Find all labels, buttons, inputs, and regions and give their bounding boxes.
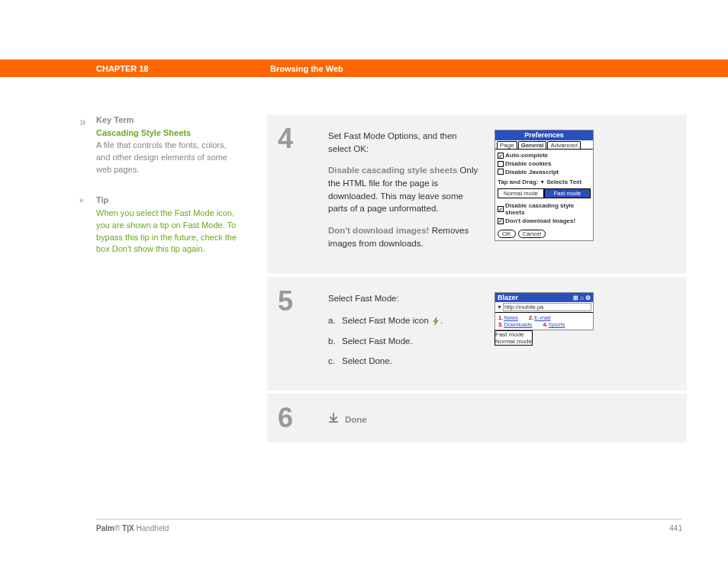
- key-term-block: » Key Term Cascading Style Sheets A file…: [96, 114, 241, 176]
- step-5-number: 5: [267, 277, 328, 391]
- sidebar: » Key Term Cascading Style Sheets A file…: [96, 114, 241, 274]
- link-downloads: Downloads: [504, 321, 532, 328]
- step-6: 6 Done: [267, 394, 687, 442]
- footer-model: T|X: [120, 524, 134, 532]
- key-term-marker-icon: »: [79, 113, 86, 130]
- blazer-links: 1.News2.E-mail 3.Downloads4.Sports: [495, 313, 593, 330]
- dropdown-icon: ▼: [540, 179, 545, 185]
- step-4-opt2-title: Don't download images!: [328, 226, 429, 235]
- key-term-label: Key Term: [96, 114, 241, 127]
- fast-mode-icon: [431, 317, 440, 326]
- preferences-titlebar: Preferences: [495, 130, 593, 140]
- step-4-opt1-title: Disable cascading style sheets: [328, 166, 457, 175]
- tab-general: General: [518, 141, 547, 150]
- opt-img: Don't download images!: [505, 217, 575, 225]
- done-label: Done: [345, 413, 367, 426]
- mode-fast: Fast mode: [544, 188, 591, 198]
- mode-normal: Normal mode: [498, 188, 544, 198]
- step-5-text: Select Fast Mode: a.Select Fast Mode ico…: [328, 292, 481, 375]
- tip-label: Tip: [96, 195, 241, 207]
- footer-suffix: Handheld: [134, 524, 169, 532]
- step-5-a-suffix: .: [440, 316, 443, 325]
- tapdrag-label: Tap and Drag:: [498, 179, 538, 186]
- opt-js: Disable Javascript: [505, 169, 559, 176]
- opt-cookies: Disable cookies: [505, 160, 551, 168]
- checkbox-icon: ✓: [498, 153, 504, 159]
- checkbox-icon: [498, 161, 504, 167]
- mode-menu: Fast mode Normal mode: [494, 330, 533, 346]
- step-5-b: Select Fast Mode.: [342, 336, 413, 346]
- tapdrag-value: Selects Text: [546, 179, 581, 186]
- done-icon: [328, 412, 339, 427]
- preferences-dialog: Preferences Page General Advanced ✓Auto-…: [494, 130, 594, 241]
- checkbox-icon: ✓: [498, 206, 504, 212]
- step-4-text: Set Fast Mode Options, and then select O…: [328, 130, 481, 259]
- opt-autocomplete: Auto-complete: [505, 152, 548, 159]
- tip-marker-icon: *: [79, 195, 83, 210]
- key-term-body: A file that controls the fonts, colors, …: [96, 140, 241, 176]
- link-news: News: [504, 314, 518, 321]
- chapter-title: Browsing the Web: [270, 64, 343, 73]
- main-steps: 4 Set Fast Mode Options, and then select…: [267, 114, 687, 446]
- blazer-toolbar-icons: ⊞⌂⚙: [572, 294, 591, 301]
- menu-fast: Fast mode: [495, 331, 532, 338]
- step-5-intro: Select Fast Mode:: [328, 292, 481, 305]
- footer-product: Palm® T|X Handheld: [96, 524, 169, 532]
- step-4-intro: Set Fast Mode Options, and then select O…: [328, 130, 481, 155]
- opt-css: Disable cascading style sheets: [505, 202, 591, 217]
- tip-block: * Tip When you select the Fast Mode icon…: [96, 195, 241, 256]
- ok-button: OK: [498, 230, 516, 239]
- blazer-window: Blazer ⊞⌂⚙ ▼ http://mobile.pa 1.News2.E-…: [494, 292, 594, 330]
- blazer-title: Blazer: [498, 294, 518, 301]
- step-5-c: Select Done.: [342, 356, 392, 365]
- footer: Palm® T|X Handheld 441: [96, 519, 682, 532]
- tab-page: Page: [497, 141, 517, 150]
- preferences-tabs: Page General Advanced: [495, 140, 593, 150]
- blazer-url: http://mobile.pa: [503, 303, 591, 311]
- link-email: E-mail: [534, 314, 550, 321]
- link-sports: Sports: [549, 321, 565, 328]
- step-4-number: 4: [267, 114, 328, 274]
- step-5-screenshot: Blazer ⊞⌂⚙ ▼ http://mobile.pa 1.News2.E-…: [481, 292, 678, 330]
- footer-page-number: 441: [669, 524, 682, 532]
- step-4-screenshot: Preferences Page General Advanced ✓Auto-…: [481, 130, 678, 241]
- key-term-term: Cascading Style Sheets: [96, 127, 241, 140]
- dropdown-icon: ▼: [497, 304, 502, 310]
- menu-normal: Normal mode: [495, 338, 532, 345]
- footer-brand: Palm: [96, 524, 114, 532]
- header-bar: CHAPTER 18 Browsing the Web: [0, 60, 728, 77]
- tip-body: When you select the Fast Mode icon, you …: [96, 208, 241, 256]
- step-4: 4 Set Fast Mode Options, and then select…: [267, 114, 687, 274]
- chapter-label: CHAPTER 18: [96, 64, 270, 73]
- checkbox-icon: [498, 169, 504, 175]
- step-5-a: Select Fast Mode icon: [342, 316, 431, 325]
- step-5: 5 Select Fast Mode: a.Select Fast Mode i…: [267, 277, 687, 391]
- checkbox-icon: ✓: [498, 218, 504, 224]
- tab-advanced: Advanced: [547, 141, 581, 150]
- cancel-button: Cancel: [518, 230, 546, 239]
- step-6-number: 6: [267, 394, 328, 442]
- page: CHAPTER 18 Browsing the Web » Key Term C…: [0, 0, 728, 563]
